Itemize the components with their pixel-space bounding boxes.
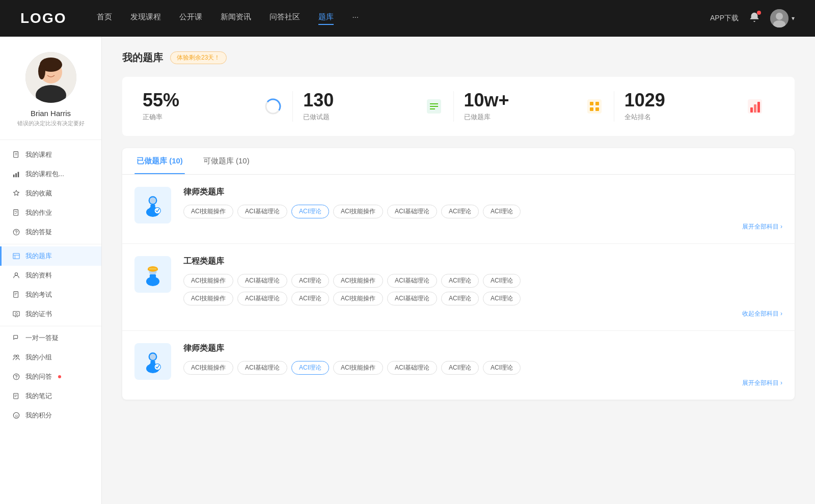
- qb-tag[interactable]: ACI基础理论: [387, 205, 437, 218]
- user-avatar-area[interactable]: ▾: [770, 9, 795, 27]
- nav-divider-2: [0, 326, 101, 326]
- page-title: 我的题库: [122, 51, 163, 65]
- qb-tag[interactable]: ACI理论: [441, 205, 479, 218]
- nav-open-course[interactable]: 公开课: [179, 12, 202, 25]
- collapse-engineer[interactable]: 收起全部科目 ›: [183, 310, 782, 318]
- qb-tag[interactable]: ACI基础理论: [237, 292, 287, 305]
- stat-label-accuracy: 正确率: [143, 113, 256, 122]
- qb-tag[interactable]: ACI理论: [441, 292, 479, 305]
- quiz-icon: [12, 252, 20, 260]
- qb-tag[interactable]: ACI理论: [441, 361, 479, 375]
- qb-tag-selected[interactable]: ACI理论: [291, 361, 329, 375]
- sidebar-item-one-on-one[interactable]: 一对一答疑: [0, 328, 101, 348]
- qb-tag-selected[interactable]: ACI理论: [291, 205, 329, 218]
- expand-lawyer-2[interactable]: 展开全部科目 ›: [183, 379, 782, 387]
- stat-accuracy: 55% 正确率: [143, 91, 293, 122]
- qb-content-engineer: 工程类题库 ACI技能操作 ACI基础理论 ACI理论 ACI技能操作 ACI基…: [183, 256, 782, 318]
- nav-home[interactable]: 首页: [97, 12, 112, 25]
- nav-qa[interactable]: 问答社区: [269, 12, 300, 25]
- svg-point-22: [15, 273, 17, 275]
- qb-tag[interactable]: ACI基础理论: [237, 205, 287, 218]
- qb-tag[interactable]: ACI理论: [291, 274, 329, 288]
- user-motto: 错误的决定比没有决定要好: [17, 120, 85, 127]
- qb-tag[interactable]: ACI理论: [291, 292, 329, 305]
- user-data-icon: [12, 271, 20, 279]
- qb-tag[interactable]: ACI理论: [441, 274, 479, 288]
- qb-tag[interactable]: ACI技能操作: [333, 274, 383, 288]
- sidebar-item-certificate[interactable]: 我的证书: [0, 304, 101, 324]
- user-profile-avatar: [25, 52, 76, 103]
- qb-tag[interactable]: ACI基础理论: [387, 274, 437, 288]
- svg-rect-19: [13, 254, 19, 259]
- qb-tag[interactable]: ACI理论: [483, 361, 521, 375]
- svg-rect-14: [18, 172, 19, 178]
- app-download[interactable]: APP下载: [710, 14, 739, 23]
- qb-tag[interactable]: ACI技能操作: [183, 361, 233, 375]
- nav-more[interactable]: ···: [352, 12, 359, 25]
- qb-tag[interactable]: ACI理论: [483, 274, 521, 288]
- user-section: Brian Harris 错误的决定比没有决定要好: [0, 52, 101, 140]
- svg-rect-65: [149, 268, 156, 270]
- nav-discover[interactable]: 发现课程: [130, 12, 161, 25]
- sidebar-item-question-bank[interactable]: 我的题库: [0, 246, 101, 266]
- sidebar-item-notes[interactable]: 我的笔记: [0, 386, 101, 406]
- nav-news[interactable]: 新闻资讯: [221, 12, 251, 25]
- sidebar-item-my-courses[interactable]: 我的课程: [0, 145, 101, 164]
- sidebar-item-exam[interactable]: 我的考试: [0, 285, 101, 304]
- svg-rect-70: [150, 360, 155, 366]
- sidebar-item-label: 我的题库: [25, 251, 52, 261]
- qb-tag[interactable]: ACI基础理论: [387, 361, 437, 375]
- main-content: 我的题库 体验剩余23天！ 55% 正确率: [102, 37, 815, 504]
- avatar: [770, 9, 789, 27]
- tab-todo[interactable]: 可做题库 (10): [201, 148, 252, 174]
- qb-tag[interactable]: ACI基础理论: [237, 361, 287, 375]
- sidebar-item-group[interactable]: 我的小组: [0, 348, 101, 367]
- qb-tag[interactable]: ACI基础理论: [387, 292, 437, 305]
- page-container: Brian Harris 错误的决定比没有决定要好 我的课程 我的课程包...: [0, 37, 815, 504]
- sidebar-item-data[interactable]: 我的资料: [0, 266, 101, 285]
- lawyer-icon-1: [134, 187, 171, 223]
- sidebar-item-homework[interactable]: 我的作业: [0, 203, 101, 222]
- svg-rect-59: [150, 204, 155, 210]
- qb-tag[interactable]: ACI技能操作: [183, 205, 233, 218]
- page-header: 我的题库 体验剩余23天！: [122, 51, 795, 65]
- stat-label-done: 已做试题: [303, 113, 416, 122]
- qb-tags-engineer-row1: ACI技能操作 ACI基础理论 ACI理论 ACI技能操作 ACI基础理论 AC…: [183, 274, 782, 288]
- question-icon: [12, 228, 20, 236]
- stat-value-banks: 10w+: [464, 91, 577, 109]
- stat-done-questions: 130 已做试题: [293, 91, 453, 122]
- score-icon: 分: [12, 411, 20, 419]
- qa-icon: [12, 334, 20, 342]
- tab-done[interactable]: 已做题库 (10): [134, 148, 185, 174]
- qb-tag[interactable]: ACI技能操作: [333, 361, 383, 375]
- sidebar-item-course-package[interactable]: 我的课程包...: [0, 164, 101, 184]
- qb-tag[interactable]: ACI基础理论: [237, 274, 287, 288]
- answer-icon: [12, 373, 20, 381]
- svg-point-41: [268, 102, 278, 111]
- qb-tag[interactable]: ACI技能操作: [333, 205, 383, 218]
- qb-name-engineer: 工程类题库: [183, 256, 782, 267]
- file-icon: [12, 151, 20, 159]
- qb-tag[interactable]: ACI技能操作: [333, 292, 383, 305]
- bar-chart-icon: [746, 97, 764, 116]
- svg-text:分: 分: [15, 414, 18, 418]
- stat-text-banks: 10w+ 已做题库: [464, 91, 577, 122]
- stats-card: 55% 正确率 130 已做试题: [122, 77, 795, 136]
- sidebar-item-qa[interactable]: 我的答疑: [0, 222, 101, 242]
- sidebar-item-my-qa[interactable]: 我的问答: [0, 367, 101, 386]
- qb-tag[interactable]: ACI技能操作: [183, 292, 233, 305]
- svg-rect-48: [595, 102, 599, 105]
- sidebar-item-points[interactable]: 分 我的积分: [0, 406, 101, 425]
- qb-tag[interactable]: ACI理论: [483, 292, 521, 305]
- doc-icon: [12, 209, 20, 217]
- sidebar-item-favorites[interactable]: 我的收藏: [0, 184, 101, 203]
- qb-tag[interactable]: ACI技能操作: [183, 274, 233, 288]
- sidebar-item-label: 我的作业: [25, 208, 52, 217]
- qb-name-lawyer-1: 律师类题库: [183, 187, 782, 198]
- nav-quiz[interactable]: 题库: [318, 12, 334, 25]
- expand-lawyer-1[interactable]: 展开全部科目 ›: [183, 222, 782, 231]
- qb-tag[interactable]: ACI理论: [483, 205, 521, 218]
- chevron-down-icon: ▾: [792, 15, 795, 22]
- notification-bell[interactable]: [749, 12, 760, 25]
- svg-rect-49: [590, 107, 593, 111]
